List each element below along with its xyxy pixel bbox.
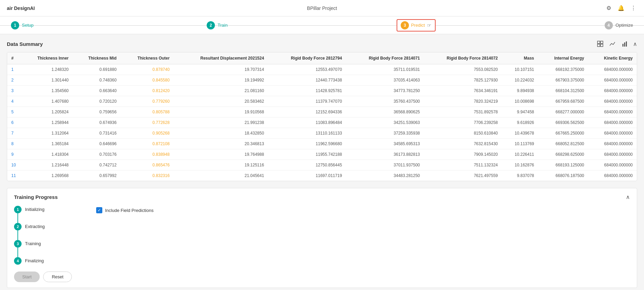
training-buttons: Start Reset	[14, 272, 82, 282]
reset-button[interactable]: Reset	[43, 272, 72, 282]
bell-icon[interactable]: 🔔	[617, 4, 625, 12]
include-field-predictions-checkbox[interactable]: ✓	[96, 207, 102, 213]
table-cell-id[interactable]: 7	[7, 128, 21, 139]
include-field-predictions-container: ✓ Include Field Predictions	[96, 207, 154, 213]
table-cell: 7825.127930	[424, 75, 502, 86]
col-header-id: #	[7, 52, 21, 64]
table-cell: 668104.312500	[538, 86, 588, 96]
stepper-step-predict[interactable]: 3 Predict ☞	[397, 19, 435, 31]
collapse-training-icon[interactable]: ∧	[626, 194, 630, 200]
training-header: Training Progress ∧	[14, 194, 630, 200]
table-cell-id[interactable]: 9	[7, 149, 21, 160]
table-row: 81.3651840.6466960.87210820.34681311962.…	[7, 139, 637, 149]
table-cell: 34251.539063	[346, 117, 424, 128]
table-cell: 1.205824	[21, 107, 73, 117]
table-cell: 0.657992	[73, 171, 121, 181]
table-cell: 11083.896484	[268, 117, 346, 128]
stepper-step-setup[interactable]: 1 Setup	[7, 21, 38, 29]
table-cell: 20.583462	[174, 96, 268, 107]
step-circle-setup: 1	[11, 21, 19, 29]
table-cell: 668192.375000	[538, 64, 588, 75]
table-cell: 12553.497070	[268, 64, 346, 75]
table-body: 11.2483200.6918800.87874019.70731412553.…	[7, 64, 637, 181]
line-chart-icon[interactable]	[608, 40, 617, 48]
table-cell-id[interactable]: 3	[7, 86, 21, 96]
table-view-icon[interactable]	[596, 40, 604, 48]
table-cell: 0.845580	[121, 75, 174, 86]
table-cell: 7634.346191	[424, 86, 502, 96]
table-cell: 37259.335938	[346, 128, 424, 139]
table-cell: 9.837078	[502, 171, 538, 181]
table-cell: 10.008698	[502, 96, 538, 107]
table-row: 51.2058240.7596560.80578819.91056812152.…	[7, 107, 637, 117]
table-cell: 684000.000000	[588, 96, 637, 107]
table-cell: 668277.000000	[538, 107, 588, 117]
table-cell: 684000.000000	[588, 75, 637, 86]
table-cell-id[interactable]: 6	[7, 117, 21, 128]
col-header-res-disp: Resultant Displacement 2021524	[174, 52, 268, 64]
table-cell: 0.691880	[73, 64, 121, 75]
table-cell: 8150.610840	[424, 128, 502, 139]
table-cell: 0.905268	[121, 128, 174, 139]
table-cell: 35711.019531	[346, 64, 424, 75]
main-content: Data Summary	[0, 34, 644, 290]
table-cell: 35760.437500	[346, 96, 424, 107]
training-steps-list: 1 Initializing 2 Extracting 3	[14, 206, 82, 282]
col-header-thickness-inner: Thickness Inner	[21, 52, 73, 64]
bar-chart-icon[interactable]	[621, 40, 629, 48]
table-cell: 10.162876	[502, 160, 538, 171]
table-cell: 9.618926	[502, 117, 538, 128]
table-cell: 667665.250000	[538, 128, 588, 139]
table-cell: 19.764988	[174, 149, 268, 160]
stepper-step-optimize[interactable]: 4 Optimize	[601, 21, 637, 29]
table-cell: 0.838948	[121, 149, 174, 160]
table-cell-id[interactable]: 4	[7, 96, 21, 107]
table-cell: 1.312064	[21, 128, 73, 139]
table-cell: 12440.773438	[268, 75, 346, 86]
table-cell-id[interactable]: 5	[7, 107, 21, 117]
more-icon[interactable]: ⋮	[630, 4, 637, 12]
table-cell: 7632.815430	[424, 139, 502, 149]
step-circle-train: 2	[207, 21, 215, 29]
table-cell: 0.674936	[73, 117, 121, 128]
table-cell: 0.772628	[121, 117, 174, 128]
table-cell-id[interactable]: 2	[7, 75, 21, 86]
table-cell-id[interactable]: 10	[7, 160, 21, 171]
stepper-step-train[interactable]: 2 Train	[203, 21, 232, 29]
table-row: 11.2483200.6918800.87874019.70731412553.…	[7, 64, 637, 75]
table-cell: 1.248320	[21, 64, 73, 75]
step-label-train: Train	[218, 23, 228, 28]
table-cell: 0.805788	[121, 107, 174, 117]
table-cell: 0.759656	[73, 107, 121, 117]
step-circle-3: 3	[14, 240, 22, 248]
table-cell-id[interactable]: 11	[7, 171, 21, 181]
training-title: Training Progress	[14, 194, 58, 200]
step-circle-1: 1	[14, 206, 22, 213]
table-cell: 1.418304	[21, 149, 73, 160]
table-cell: 0.748360	[73, 75, 121, 86]
table-cell-id[interactable]: 8	[7, 139, 21, 149]
table-cell: 34773.781250	[346, 86, 424, 96]
table-cell: 7621.497559	[424, 171, 502, 181]
table-cell: 0.731416	[73, 128, 121, 139]
table-cell: 1.407680	[21, 96, 73, 107]
table-cell: 668193.125000	[538, 160, 588, 171]
table-cell: 7909.145020	[424, 149, 502, 160]
table-cell: 0.878740	[121, 64, 174, 75]
table-cell-id[interactable]: 1	[7, 64, 21, 75]
collapse-data-summary-icon[interactable]: ∧	[633, 41, 637, 47]
start-button[interactable]: Start	[14, 272, 40, 282]
step-label-finalizing: Finalizing	[25, 257, 44, 263]
table-cell: 0.720120	[73, 96, 121, 107]
table-cell: 1.301440	[21, 75, 73, 86]
table-cell: 10.226411	[502, 149, 538, 160]
table-cell: 21.991238	[174, 117, 268, 128]
app-logo: air DesignAI	[7, 5, 35, 11]
settings-icon[interactable]: ⚙	[605, 4, 613, 12]
svg-rect-4	[622, 44, 623, 47]
table-cell: 12152.694336	[268, 107, 346, 117]
training-progress-section: Training Progress ∧ 1 Initializing 2	[7, 188, 637, 288]
step-circle-4: 4	[14, 257, 22, 265]
table-cell: 19.707314	[174, 64, 268, 75]
table-cell: 18.432850	[174, 128, 268, 139]
